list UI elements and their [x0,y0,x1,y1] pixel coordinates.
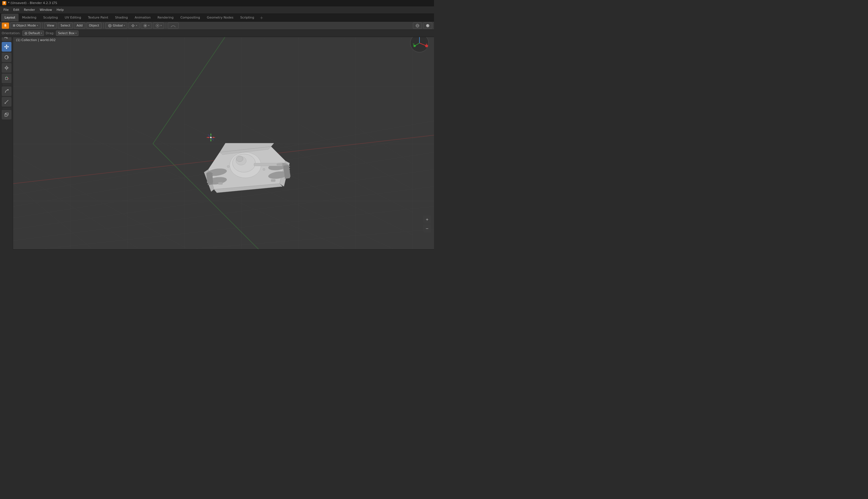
pivot-point[interactable]: ▾ [128,23,140,29]
app-icon: B [2,1,6,5]
svg-marker-22 [6,45,8,46]
tab-compositing[interactable]: Compositing [177,14,203,21]
tab-rendering[interactable]: Rendering [154,14,177,21]
move-icon [4,44,9,50]
viewport-container[interactable]: X Y Z User Perspective (1) Collection | … [13,30,434,250]
menu-edit[interactable]: Edit [11,8,21,12]
tool-add-object[interactable] [2,110,11,120]
tab-animation[interactable]: Animation [131,14,154,21]
menu-help[interactable]: Help [54,8,66,12]
orientation-label: Global [113,24,123,27]
tab-scripting[interactable]: Scripting [237,14,258,21]
viewport-shading-wireframe[interactable] [413,23,422,29]
add-workspace-button[interactable]: + [258,14,266,21]
svg-point-16 [427,25,428,25]
annotate-icon [4,88,9,94]
svg-rect-45 [13,30,434,250]
tool-rotate[interactable] [2,52,11,62]
rotate-icon [4,54,9,60]
svg-text:Y: Y [413,43,414,46]
add-menu[interactable]: Add [74,23,85,29]
tool-measure[interactable] [2,97,11,107]
object-menu[interactable]: Object [86,23,102,29]
zoom-in-button[interactable]: + [423,215,431,223]
svg-point-97 [210,137,212,138]
drag-value: Select Box [58,32,74,35]
add-object-icon [4,112,9,118]
blender-icon-button[interactable]: B [2,23,9,29]
tab-texture-paint[interactable]: Texture Paint [84,14,111,21]
workspace-tabs: Layout Modeling Sculpting UV Editing Tex… [0,14,434,22]
menu-bar: File Edit Render Window Help [0,6,434,14]
toolbar-right-group [413,23,432,29]
svg-marker-24 [4,46,5,48]
transform-gizmo [206,133,215,142]
tool-separator-2 [2,108,11,108]
separator-2 [103,23,104,28]
drag-label-text: Drag: [46,32,54,35]
orientation-label-text: Orientation: [2,32,21,35]
tool-transform[interactable] [2,74,11,83]
tab-uv-editing[interactable]: UV Editing [61,14,84,21]
viewport-shading-solid[interactable] [423,23,432,29]
menu-file[interactable]: File [1,8,11,12]
timeline [0,249,434,250]
mode-select[interactable]: ⊞ Object Mode ▾ [10,23,41,29]
scale-icon [4,65,9,71]
separator-1 [42,23,43,28]
orientation-value-arrow: ▾ [41,32,42,35]
proportional-edit[interactable]: ▾ [153,23,164,29]
pivot-dropdown-arrow: ▾ [136,24,137,27]
menu-window[interactable]: Window [37,8,54,12]
tab-modeling[interactable]: Modeling [19,14,40,21]
transform-icon [4,75,9,81]
select-menu[interactable]: Select [58,23,73,29]
solid-icon [426,24,430,28]
tab-layout[interactable]: Layout [1,14,19,21]
orientation-icon [108,24,112,28]
falloff-icon [170,24,176,28]
zoom-out-button[interactable]: − [423,224,431,232]
transform-orientation[interactable]: Global ▾ [105,23,127,29]
falloff-curve[interactable] [168,23,179,29]
svg-marker-25 [8,46,9,48]
title-bar: B * (Unsaved) - Blender 4.2.3 LTS [0,0,434,6]
tool-scale[interactable] [2,63,11,73]
left-tools-panel [0,30,13,250]
drag-select[interactable]: Select Box ▾ [56,31,79,36]
svg-rect-33 [5,77,8,80]
snap-icon [143,24,147,28]
header-toolbar: B ⊞ Object Mode ▾ View Select Add Object… [0,22,434,30]
proportional-icon [155,24,159,28]
svg-marker-23 [6,48,8,49]
menu-render[interactable]: Render [22,8,37,12]
orientation-bar: Orientation: Default ▾ Drag: Select Box … [0,30,434,37]
orientation-select[interactable]: Default ▾ [22,31,44,36]
svg-marker-99 [210,140,212,141]
tab-sculpting[interactable]: Sculpting [40,14,61,21]
view-menu[interactable]: View [44,23,57,29]
svg-point-8 [144,25,146,26]
svg-marker-100 [207,137,209,138]
main-content: X Y Z User Perspective (1) Collection | … [0,30,434,250]
tool-move[interactable] [2,42,11,52]
orientation-dropdown-arrow: ▾ [123,24,125,27]
measure-icon [4,99,9,105]
tab-shading[interactable]: Shading [111,14,131,21]
mode-dropdown-arrow: ▾ [37,24,38,27]
viewport-grid [13,30,434,250]
tab-geometry-nodes[interactable]: Geometry Nodes [203,14,237,21]
tool-annotate[interactable] [2,86,11,96]
svg-line-41 [5,113,6,114]
orientation-select-icon [24,32,28,35]
snap-toggle[interactable]: ▾ [141,23,152,29]
window-title: * (Unsaved) - Blender 4.2.3 LTS [8,1,57,5]
mode-label: Object Mode [16,24,36,27]
svg-marker-101 [213,137,215,138]
navigation-gizmos: + − [423,215,431,232]
orientation-value: Default [28,32,40,35]
svg-text:X: X [426,43,427,46]
wireframe-icon [415,24,419,28]
pivot-icon [131,24,135,28]
drag-value-arrow: ▾ [75,32,76,35]
